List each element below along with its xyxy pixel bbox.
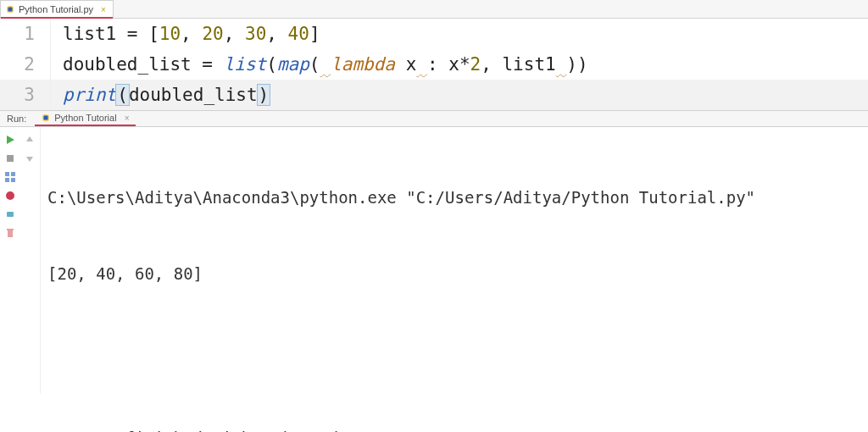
code-text[interactable]: list1 = [10, 20, 30, 40] xyxy=(51,19,320,49)
svg-rect-9 xyxy=(11,178,15,182)
gutter-line-number: 3 xyxy=(0,80,51,110)
python-file-icon xyxy=(42,114,50,122)
run-panel-label: Run: xyxy=(7,114,26,124)
run-toolbar: Run: Python Tutorial × xyxy=(0,110,868,127)
svg-rect-6 xyxy=(5,172,9,176)
debug-icon[interactable] xyxy=(4,190,16,202)
svg-marker-15 xyxy=(26,157,33,162)
svg-rect-3 xyxy=(44,116,48,120)
svg-rect-7 xyxy=(11,172,15,176)
console-output[interactable]: C:\Users\Aditya\Anaconda3\python.exe "C:… xyxy=(41,127,759,394)
svg-rect-11 xyxy=(7,212,14,217)
python-file-icon xyxy=(6,5,14,14)
run-side-toolbar xyxy=(0,127,41,394)
code-editor[interactable]: 1 list1 = [10, 20, 30, 40] 2 doubled_lis… xyxy=(0,19,868,110)
svg-marker-14 xyxy=(26,136,33,141)
console-blank xyxy=(47,337,755,374)
trash-icon[interactable] xyxy=(4,227,16,239)
code-line: 1 list1 = [10, 20, 30, 40] xyxy=(0,19,868,49)
svg-marker-4 xyxy=(7,136,14,144)
down-icon[interactable] xyxy=(24,152,36,164)
svg-rect-5 xyxy=(7,155,14,162)
code-line: 2 doubled_list = list(map( lambda x : x*… xyxy=(0,49,868,80)
gutter-line-number: 2 xyxy=(0,49,51,80)
svg-rect-1 xyxy=(8,8,13,12)
code-line-current: 3 print(doubled_list) xyxy=(0,80,868,110)
rerun-icon[interactable] xyxy=(4,134,16,146)
code-text[interactable]: doubled_list = list(map( lambda x : x*2,… xyxy=(51,49,588,80)
run-config-tab[interactable]: Python Tutorial × xyxy=(35,111,136,126)
code-text[interactable]: print(doubled_list) xyxy=(51,80,270,110)
run-panel: C:\Users\Aditya\Anaconda3\python.exe "C:… xyxy=(0,127,868,394)
file-tab-label: Python Tutorial.py xyxy=(19,4,93,14)
svg-rect-13 xyxy=(7,229,14,230)
console-line-exit: Process finished with exit code 0 xyxy=(47,425,755,432)
svg-point-10 xyxy=(6,191,14,200)
console-line-output: [20, 40, 60, 80] xyxy=(47,261,755,286)
svg-rect-8 xyxy=(5,178,9,182)
svg-rect-12 xyxy=(8,230,13,237)
editor-tab-bar: Python Tutorial.py × xyxy=(0,0,868,19)
close-icon[interactable]: × xyxy=(125,114,130,123)
run-config-name: Python Tutorial xyxy=(54,113,116,123)
up-icon[interactable] xyxy=(24,134,36,146)
layout-icon[interactable] xyxy=(4,171,16,183)
stop-icon[interactable] xyxy=(4,152,16,164)
file-tab-python-tutorial[interactable]: Python Tutorial.py × xyxy=(0,0,114,18)
print-icon[interactable] xyxy=(4,208,16,220)
console-line-command: C:\Users\Aditya\Anaconda3\python.exe "C:… xyxy=(47,185,755,210)
gutter-line-number: 1 xyxy=(0,19,51,49)
close-icon[interactable]: × xyxy=(101,5,106,14)
